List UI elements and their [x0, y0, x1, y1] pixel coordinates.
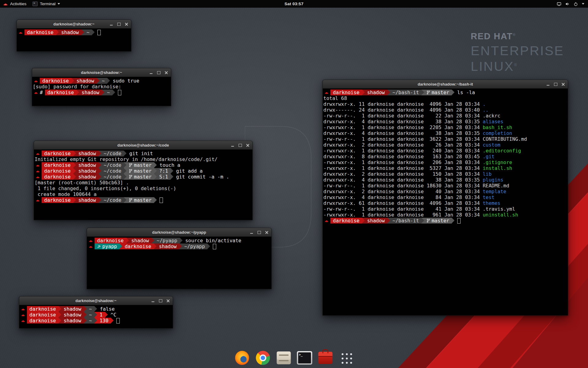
terminal-screen[interactable]: darknoiseshadow~falsedarknoiseshadow~1^C… [19, 305, 173, 328]
command-text: source bin/activate [185, 238, 241, 243]
ls-row: drwxrwxr-x. 8 darknoise darknoise 163 Ja… [323, 154, 567, 159]
powerline-separator [387, 218, 390, 224]
window-home1: darknoise@shadow:~darknoiseshadow~ [17, 20, 131, 52]
terminal-app-icon [32, 2, 38, 6]
app-menu-terminal[interactable]: Terminal [29, 0, 63, 8]
file-name: install.sh [483, 165, 512, 171]
powerline-separator [112, 90, 115, 95]
redhat-prompt-icon [21, 313, 25, 316]
titlebar-pyapp[interactable]: darknoise@shadow:~/pyapp [87, 228, 271, 237]
file-name: CONTRIBUTING.md [483, 136, 527, 142]
firefox-icon [235, 351, 249, 365]
close-button[interactable] [124, 22, 129, 27]
system-status-area[interactable] [557, 0, 588, 8]
ls-row: -rwxrwxr-x. 1 darknoise darknoise 2205 J… [323, 125, 567, 130]
powerline-separator [73, 151, 76, 156]
maximize-button[interactable] [553, 82, 558, 87]
prompt-segment-host: shadow [61, 306, 84, 312]
powerline-separator [154, 243, 156, 249]
maximize-button[interactable] [116, 22, 121, 27]
powerline-separator [94, 306, 97, 312]
prompt-segment-stat: S:1 [157, 174, 171, 180]
prompt-segment-user: darknoise [24, 29, 56, 35]
dock-item-chrome[interactable] [254, 349, 272, 366]
window-title: darknoise@shadow:~/bash-it [418, 82, 473, 86]
close-button[interactable] [164, 70, 169, 75]
powerline-separator [84, 318, 87, 324]
powerline-separator [152, 238, 154, 243]
powerline-separator [421, 90, 424, 95]
prompt-segment-host: shadow [61, 312, 84, 318]
command-text: git commit -a -m . [176, 174, 229, 180]
prompt-segment-host: shadow [365, 90, 387, 95]
close-button[interactable] [166, 298, 171, 303]
window-pyapp: darknoise@shadow:~/pyappdarknoiseshadow~… [87, 228, 272, 289]
maximize-button[interactable] [257, 230, 262, 235]
prompt-line: darknoiseshadow~/codemasterS:1git commit… [35, 174, 252, 180]
power-icon [574, 2, 578, 6]
minimize-button[interactable] [545, 82, 550, 87]
prompt-segment-path: ~/bash-it [390, 90, 422, 95]
close-button[interactable] [264, 230, 269, 235]
terminal-screen[interactable]: darknoiseshadow~sudo true[sudo] password… [32, 77, 171, 106]
prompt-line: darknoiseshadow~/codegit init [35, 151, 252, 156]
prompt-segment-user: darknoise [27, 312, 58, 318]
titlebar-exit[interactable]: darknoise@shadow:~ [19, 297, 173, 305]
ls-meta: drwxrwxr-x. 4 darknoise darknoise 38 Jan… [323, 119, 483, 125]
activities-label: Activities [10, 2, 26, 6]
dock-item-toolbox[interactable] [317, 349, 334, 366]
prompt-segment-user: darknoise [122, 243, 154, 249]
titlebar-sudo[interactable]: darknoise@shadow:~ [32, 68, 171, 77]
titlebar-bashit[interactable]: darknoise@shadow:~/bash-it [323, 80, 568, 89]
prompt-segment-user: darknoise [95, 238, 126, 243]
file-name: . [483, 101, 486, 107]
close-button[interactable] [561, 82, 566, 87]
prompt-segment-user: darknoise [42, 151, 73, 156]
minimize-button[interactable] [150, 298, 155, 303]
window-buttons [230, 141, 250, 149]
minimize-button[interactable] [230, 143, 235, 148]
output-line: [master (root-commit) 50bcb63] . [35, 180, 252, 186]
prompt-line: darknoiseshadow~/bash-itmaster [323, 218, 567, 224]
dock-item-files[interactable] [275, 349, 292, 366]
ls-meta: -rwxrwxr-x. 1 darknoise darknoise 961 Ja… [323, 212, 483, 218]
maximize-button[interactable] [156, 70, 161, 75]
terminal-screen[interactable]: darknoiseshadow~/codegit initInitialized… [34, 150, 252, 220]
minimize-button[interactable] [109, 22, 114, 27]
powerline-separator [99, 168, 101, 174]
close-button[interactable] [245, 143, 250, 148]
prompt-segment-host: shadow [76, 162, 99, 168]
titlebar-home1[interactable]: darknoise@shadow:~ [17, 20, 131, 29]
terminal-screen[interactable]: darknoiseshadow~/pyappsource bin/activat… [87, 237, 271, 289]
powerline-separator [81, 29, 84, 35]
window-buttons [249, 228, 269, 236]
clock[interactable]: Sat 03:57 [285, 2, 303, 6]
ls-row: -rw-rw-r--. 1 darknoise darknoise 3622 J… [323, 136, 567, 142]
file-name: .git [483, 154, 495, 159]
powerline-separator [180, 238, 183, 243]
dock-item-terminal[interactable] [296, 349, 313, 366]
minimize-button[interactable] [149, 70, 153, 75]
maximize-button[interactable] [238, 143, 243, 148]
prompt-segment-path: ~/code [101, 174, 124, 180]
maximize-button[interactable] [158, 298, 163, 303]
prompt-segment-host: shadow [59, 29, 81, 35]
top-bar: Activities Terminal Sat 03:57 [0, 0, 588, 8]
desktop: { "topbar": { "activities_label": "Activ… [0, 0, 588, 368]
powerline-separator [452, 218, 454, 224]
dock-item-firefox[interactable] [233, 349, 251, 366]
prompt-segment-git: master [424, 90, 452, 95]
powerline-separator [102, 90, 104, 95]
ls-meta: drwxrwxr-x. 11 darknoise darknoise 4096 … [323, 101, 483, 107]
prompt-segment-venv: pyapp [95, 243, 119, 249]
ls-row: drwxrwxr-x. 4 darknoise darknoise 38 Jan… [323, 119, 567, 125]
minimize-button[interactable] [249, 230, 254, 235]
terminal-screen[interactable]: darknoiseshadow~/bash-itmasterls -latota… [323, 89, 568, 315]
terminal-screen[interactable]: darknoiseshadow~ [17, 29, 131, 51]
prompt-segment-path: ~ [100, 78, 107, 84]
dock-item-app-grid[interactable] [337, 349, 355, 366]
activities-button[interactable]: Activities [0, 0, 29, 8]
redhat-prompt-icon [36, 152, 40, 155]
titlebar-code[interactable]: darknoise@shadow:~/code [34, 141, 252, 150]
ls-meta: drwxrwxr-x. 2 darknoise darknoise 26 Jan… [323, 142, 483, 148]
